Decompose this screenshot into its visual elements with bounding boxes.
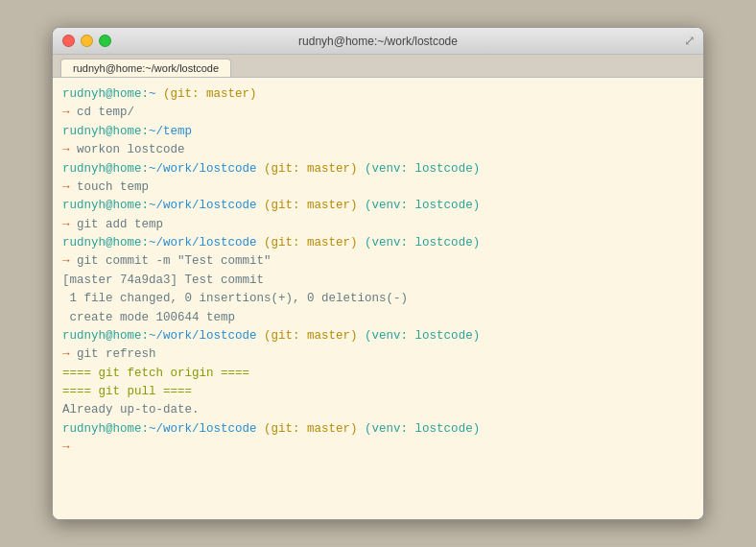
minimize-button[interactable] [81, 35, 93, 47]
terminal-line: create mode 100644 temp [62, 309, 694, 327]
terminal-line: Already up-to-date. [62, 401, 694, 419]
terminal-line: → git add temp [62, 216, 694, 234]
terminal-line: rudnyh@home:~/temp [62, 123, 694, 141]
terminal-line: [master 74a9da3] Test commit [62, 272, 694, 290]
terminal-line: rudnyh@home:~/work/lostcode (git: master… [62, 420, 694, 439]
resize-icon: ⤢ [684, 33, 696, 49]
terminal-line: rudnyh@home:~/work/lostcode (git: master… [62, 327, 694, 345]
terminal-line: ==== git fetch origin ==== [62, 365, 694, 383]
terminal-line: rudnyh@home:~/work/lostcode (git: master… [62, 234, 694, 252]
terminal-line: ==== git pull ==== [62, 383, 694, 401]
terminal-window: rudnyh@home:~/work/lostcode ⤢ rudnyh@hom… [52, 27, 704, 520]
terminal-line: rudnyh@home:~/work/lostcode (git: master… [62, 197, 694, 215]
terminal-cursor-line: → [62, 439, 694, 457]
terminal-line: → touch temp [62, 178, 694, 197]
terminal-line: rudnyh@home:~/work/lostcode (git: master… [62, 160, 694, 178]
terminal-body[interactable]: rudnyh@home:~ (git: master) → cd temp/ r… [53, 78, 703, 519]
title-bar: rudnyh@home:~/work/lostcode ⤢ [53, 28, 703, 55]
terminal-line: → git commit -m "Test commit" [62, 252, 694, 271]
terminal-line: → git refresh [62, 345, 694, 364]
terminal-line: rudnyh@home:~ (git: master) [62, 85, 694, 104]
close-button[interactable] [62, 35, 75, 47]
window-title: rudnyh@home:~/work/lostcode [298, 35, 458, 48]
tab-bar: rudnyh@home:~/work/lostcode [53, 55, 703, 78]
maximize-button[interactable] [99, 35, 111, 47]
terminal-line: → cd temp/ [62, 104, 694, 122]
terminal-line: → workon lostcode [62, 141, 694, 159]
window-controls [62, 35, 111, 47]
tab-active[interactable]: rudnyh@home:~/work/lostcode [60, 59, 231, 77]
terminal-line: 1 file changed, 0 insertions(+), 0 delet… [62, 290, 694, 308]
